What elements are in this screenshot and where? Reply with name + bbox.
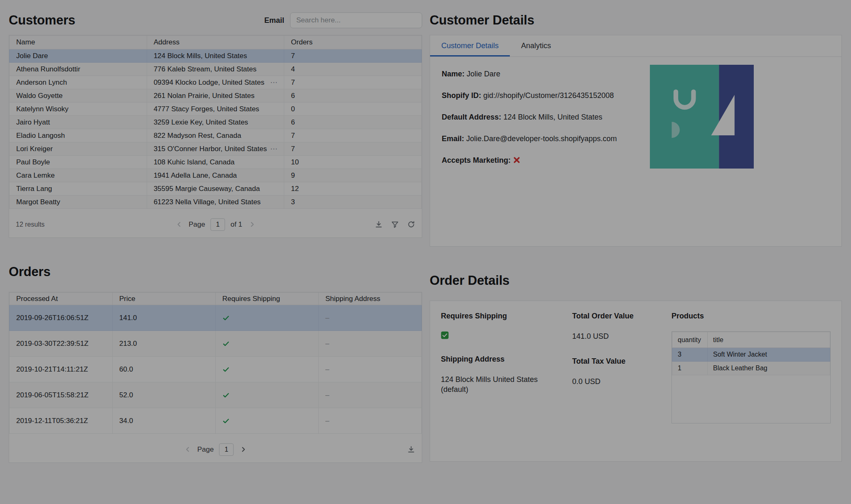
filter-icon [391,221,399,227]
order-details-title: Order Details [430,273,842,288]
customer-orders-count: 3 [284,196,422,209]
total-tax-value: 0.0 USD [572,377,671,387]
download-button[interactable] [407,445,415,453]
customers-column-address[interactable]: Address [147,36,284,49]
refresh-button[interactable] [407,220,415,228]
order-price: 52.0 [113,382,216,408]
customer-search: Email [264,12,422,28]
page-of-label: of 1 [231,220,242,229]
truncation-ellipsis: ⋯ [267,144,277,153]
products-table-container: quantitytitle 3Soft Winter Jacket1Black … [671,331,831,423]
orders-column-shipping-address[interactable]: Shipping Address [319,293,422,305]
customer-name: Athena Runolfsdottir [10,63,147,76]
order-row[interactable]: 2019-06-05T15:58:21Z52.0– [10,382,422,408]
order-details-section: Order Details Requires Shipping Shipping… [430,273,842,462]
customer-address: 09394 Klocko Lodge, United States⋯ [147,76,284,89]
customer-row[interactable]: Jairo Hyatt3259 Lexie Key, United States… [10,116,422,129]
customer-name: Jolie Dare [10,49,147,63]
detail-field-default-address: Default Address: 124 Block Mills, United… [442,113,830,122]
page-number-input[interactable] [211,218,225,231]
customer-row[interactable]: Anderson Lynch09394 Klocko Lodge, United… [10,76,422,89]
order-processed-at: 2019-06-05T15:58:21Z [10,382,113,408]
product-row[interactable]: 3Soft Winter Jacket [672,348,830,362]
tab-analytics[interactable]: Analytics [510,35,562,56]
products-block: Products quantitytitle 3Soft Winter Jack… [671,312,831,423]
tab-customer-details[interactable]: Customer Details [430,35,510,56]
customer-name: Paul Boyle [10,156,147,169]
green-checkmark-icon [222,417,230,425]
customer-row[interactable]: Margot Beatty61223 Nella Village, United… [10,196,422,209]
order-requires-shipping [216,331,319,357]
customer-row[interactable]: Jolie Dare124 Block Mills, United States… [10,49,422,63]
orders-pager: Page [183,443,248,456]
download-icon [407,446,415,452]
requires-shipping-block: Requires Shipping Shipping Address 124 B… [441,312,572,423]
customer-name: Jairo Hyatt [10,116,147,129]
customer-row[interactable]: Waldo Goyette261 Nolan Prairie, United S… [10,89,422,103]
prev-page-button[interactable] [183,445,192,454]
order-price: 213.0 [113,331,216,357]
download-button[interactable] [375,220,383,228]
next-page-button[interactable] [248,220,256,229]
order-row[interactable]: 2019-09-26T16:06:51Z141.0– [10,305,422,331]
detail-field-name: Name: Jolie Dare [442,69,830,79]
page-number-input[interactable] [219,443,234,456]
download-icon [375,221,383,227]
customers-table: NameAddressOrders Jolie Dare124 Block Mi… [9,35,422,209]
customer-details-fields: Name: Jolie DareShopify ID: gid://shopif… [430,57,841,190]
customer-address: 776 Kaleb Stream, United States [147,63,284,76]
chevron-right-icon [248,221,256,227]
customer-row[interactable]: Lori Kreiger315 O'Conner Harbor, United … [10,142,422,156]
orders-toolbar [407,445,415,453]
customer-row[interactable]: Cara Lemke1941 Adella Lane, Canada9 [10,169,422,182]
customer-orders-count: 7 [284,49,422,63]
product-row[interactable]: 1Black Leather Bag [672,362,830,375]
field-value: gid://shopify/Customer/3126435152008 [483,91,614,100]
field-value: Jolie.Dare@developer-tools.shopifyapps.c… [466,135,617,143]
order-row[interactable]: 2019-03-30T22:39:51Z213.0– [10,331,422,357]
customer-address: 124 Block Mills, United States [147,49,284,63]
customer-row[interactable]: Tierra Lang35595 Margie Causeway, Canada… [10,182,422,196]
green-checkmark-icon [222,391,230,399]
customers-pager: Page of 1 [175,218,256,231]
product-quantity: 1 [672,362,708,375]
customer-row[interactable]: Paul Boyle108 Kuhic Island, Canada10 [10,156,422,169]
order-requires-shipping [216,357,319,382]
prev-page-button[interactable] [175,220,183,229]
email-search-input[interactable] [290,12,422,28]
customer-row[interactable]: Athena Runolfsdottir776 Kaleb Stream, Un… [10,63,422,76]
customer-name: Margot Beatty [10,196,147,209]
customer-row[interactable]: Katelynn Wisoky4777 Stacy Forges, United… [10,103,422,116]
order-price: 141.0 [113,305,216,331]
customer-details-tabs: Customer DetailsAnalytics [430,35,841,57]
email-search-label: Email [264,16,284,25]
orders-section: Orders Processed AtPriceRequires Shippin… [9,264,422,463]
orders-column-processed-at[interactable]: Processed At [10,293,113,305]
filter-button[interactable] [391,220,399,228]
detail-field-email: Email: Jolie.Dare@developer-tools.shopif… [442,134,830,144]
orders-column-price[interactable]: Price [113,293,216,305]
customer-address: 261 Nolan Prairie, United States [147,89,284,103]
products-column-title: title [708,332,830,348]
chevron-right-icon [240,446,247,452]
orders-column-requires-shipping[interactable]: Requires Shipping [216,293,319,305]
next-page-button[interactable] [239,445,248,454]
order-processed-at: 2019-12-11T05:36:21Z [10,408,113,434]
customer-orders-count: 12 [284,182,422,196]
customer-orders-count: 10 [284,156,422,169]
customer-row[interactable]: Eladio Langosh822 Madyson Rest, Canada7 [10,129,422,142]
order-row[interactable]: 2019-12-11T05:36:21Z34.0– [10,408,422,434]
chevron-left-icon [175,221,182,227]
customers-column-orders[interactable]: Orders [284,36,422,49]
customer-placeholder-image [650,65,754,169]
order-processed-at: 2019-09-26T16:06:51Z [10,305,113,331]
customer-name: Lori Kreiger [10,142,147,156]
green-checkmark-icon [222,314,230,322]
order-values-block: Total Order Value 141.0 USD Total Tax Va… [572,312,671,423]
requires-shipping-label: Requires Shipping [441,312,572,321]
customers-column-name[interactable]: Name [10,36,147,49]
order-processed-at: 2019-03-30T22:39:51Z [10,331,113,357]
order-row[interactable]: 2019-10-21T14:11:21Z60.0– [10,357,422,382]
order-shipping-address: – [319,382,422,408]
customers-table-footer: 12 results Page of 1 [9,209,422,237]
